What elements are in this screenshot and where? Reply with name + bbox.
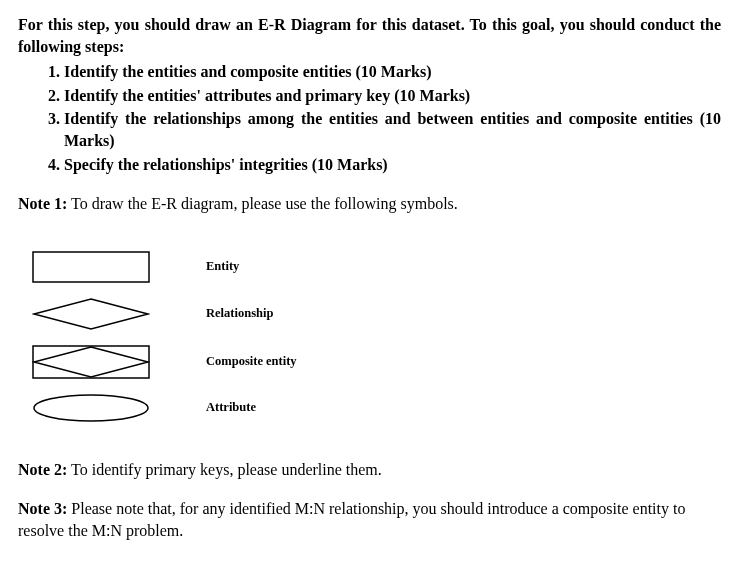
legend-label-attribute: Attribute <box>206 399 256 416</box>
note-2-text: To identify primary keys, please underli… <box>67 461 382 478</box>
relationship-shape <box>18 297 168 331</box>
legend-row-attribute: Attribute <box>18 393 721 423</box>
note-3-text: Please note that, for any identified M:N… <box>18 500 685 539</box>
note-2: Note 2: To identify primary keys, please… <box>18 459 721 481</box>
legend: Entity Relationship Composite entity Att… <box>18 251 721 423</box>
svg-rect-0 <box>33 252 149 282</box>
attribute-shape <box>18 393 168 423</box>
legend-row-entity: Entity <box>18 251 721 283</box>
svg-point-4 <box>34 395 148 421</box>
note-3: Note 3: Please note that, for any identi… <box>18 498 721 541</box>
legend-label-entity: Entity <box>206 258 239 275</box>
svg-marker-1 <box>34 299 148 329</box>
svg-rect-2 <box>33 346 149 378</box>
note-1: Note 1: To draw the E-R diagram, please … <box>18 193 721 215</box>
note-1-text: To draw the E-R diagram, please use the … <box>67 195 458 212</box>
steps-list: Identify the entities and composite enti… <box>18 61 721 175</box>
legend-label-composite: Composite entity <box>206 353 297 370</box>
step-1: Identify the entities and composite enti… <box>64 61 721 83</box>
note-2-label: Note 2: <box>18 461 67 478</box>
note-1-label: Note 1: <box>18 195 67 212</box>
step-4: Specify the relationships' integrities (… <box>64 154 721 176</box>
svg-marker-3 <box>34 347 148 377</box>
legend-label-relationship: Relationship <box>206 305 273 322</box>
note-3-label: Note 3: <box>18 500 67 517</box>
composite-entity-shape <box>18 345 168 379</box>
intro-text: For this step, you should draw an E-R Di… <box>18 14 721 57</box>
legend-row-relationship: Relationship <box>18 297 721 331</box>
entity-shape <box>18 251 168 283</box>
step-3: Identify the relationships among the ent… <box>64 108 721 151</box>
legend-row-composite: Composite entity <box>18 345 721 379</box>
step-2: Identify the entities' attributes and pr… <box>64 85 721 107</box>
